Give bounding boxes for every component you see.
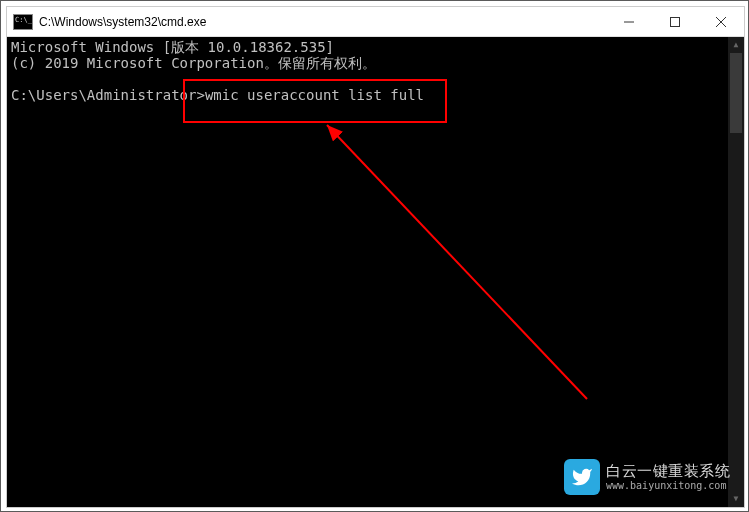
window-title: C:\Windows\system32\cmd.exe (39, 15, 606, 29)
watermark-url: www.baiyunxitong.com (606, 480, 730, 491)
watermark-bird-icon (564, 459, 600, 495)
window-controls (606, 7, 744, 36)
terminal-area[interactable]: Microsoft Windows [版本 10.0.18362.535] (c… (7, 37, 744, 507)
annotation-arrow (7, 37, 744, 507)
vertical-scrollbar[interactable]: ▲ ▼ (728, 37, 744, 507)
terminal-blank-line (11, 71, 740, 87)
maximize-button[interactable] (652, 7, 698, 36)
terminal-line-version: Microsoft Windows [版本 10.0.18362.535] (11, 39, 740, 55)
close-button[interactable] (698, 7, 744, 36)
watermark: 白云一键重装系统 www.baiyunxitong.com (564, 459, 730, 495)
cmd-icon (13, 14, 33, 30)
minimize-button[interactable] (606, 7, 652, 36)
titlebar[interactable]: C:\Windows\system32\cmd.exe (7, 7, 744, 37)
watermark-title: 白云一键重装系统 (606, 463, 730, 480)
cmd-window: C:\Windows\system32\cmd.exe Microsoft Wi… (6, 6, 745, 508)
svg-rect-1 (671, 17, 680, 26)
watermark-text: 白云一键重装系统 www.baiyunxitong.com (606, 463, 730, 491)
terminal-prompt-line: C:\Users\Administrator>wmic useraccount … (11, 87, 740, 103)
scrollbar-up-icon[interactable]: ▲ (728, 37, 744, 53)
terminal-line-copyright: (c) 2019 Microsoft Corporation。保留所有权利。 (11, 55, 740, 71)
command-text: wmic useraccount list full (205, 87, 424, 103)
scrollbar-down-icon[interactable]: ▼ (728, 491, 744, 507)
prompt-text: C:\Users\Administrator> (11, 87, 205, 103)
scrollbar-thumb[interactable] (730, 53, 742, 133)
svg-line-5 (327, 125, 587, 399)
